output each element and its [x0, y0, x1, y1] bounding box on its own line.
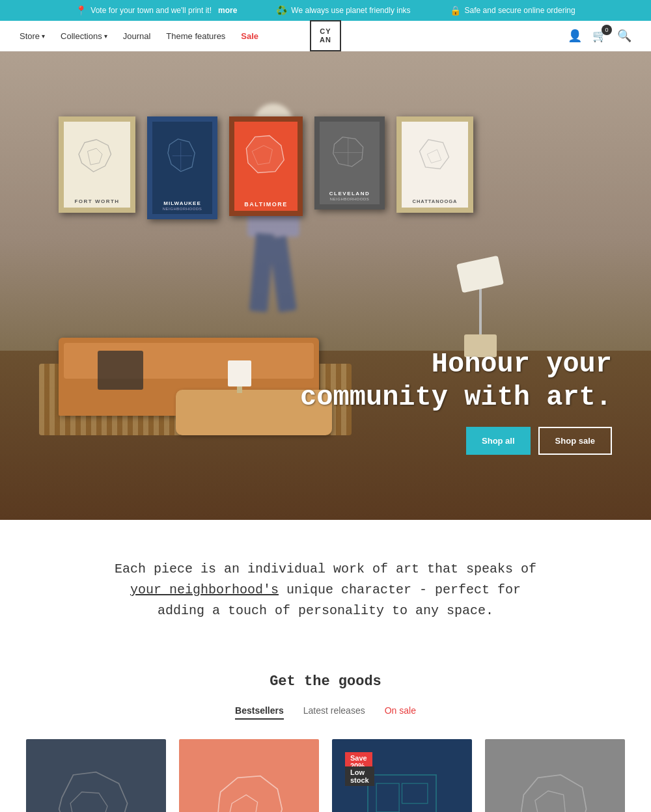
lamp-area [459, 260, 501, 357]
announcement-item-vote: 📍 Vote for your town and we'll print it!… [76, 5, 237, 16]
poster-baltimore: BALTIMORE [229, 116, 303, 216]
poster-fort-worth: FORT WORTH [59, 116, 135, 213]
product-card-3[interactable]: Save 20% Low stock [332, 739, 472, 812]
poster-chattanooga: CHATTANOOGA [396, 116, 473, 213]
tagline-section: Each piece is an individual work of art … [0, 520, 651, 660]
tagline-text: Each piece is an individual work of art … [104, 559, 547, 621]
nav-right: 👤 🛒 0 🔍 [568, 29, 631, 43]
nav-left: Store Collections Journal Theme features… [20, 31, 258, 41]
products-tabs: Bestsellers Latest releases On sale [26, 705, 625, 720]
hero-buttons: Shop all Shop sale [300, 427, 612, 455]
poster-cleveland: CLEVELAND NEIGHBORHOODS [314, 116, 385, 210]
search-icon[interactable]: 🔍 [617, 29, 631, 43]
product-image-4 [485, 739, 625, 812]
product-card-2[interactable] [179, 739, 319, 812]
nav-item-theme-features[interactable]: Theme features [166, 31, 225, 41]
nav-item-collections[interactable]: Collections [61, 31, 107, 41]
announcement-link-more[interactable]: more [218, 6, 237, 15]
announcement-text-eco: We always use planet friendly inks [291, 6, 410, 15]
plant [228, 360, 251, 393]
nav-item-store[interactable]: Store [20, 31, 45, 41]
lock-icon: 🔒 [450, 5, 461, 16]
announcement-bar: 📍 Vote for your town and we'll print it!… [0, 0, 651, 21]
tab-bestsellers[interactable]: Bestsellers [235, 705, 284, 720]
eco-icon: ♻️ [276, 5, 287, 16]
poster-milwaukee: MILWAUKEE NEIGHBORHOODS [147, 116, 217, 219]
product-image-2 [179, 739, 319, 812]
shop-sale-button[interactable]: Shop sale [538, 427, 612, 455]
announcement-text-secure: Safe and secure online ordering [465, 6, 575, 15]
hero-text-overlay: Honour yourcommunity with art. Shop all … [300, 348, 612, 455]
main-nav: Store Collections Journal Theme features… [0, 21, 651, 51]
tab-on-sale[interactable]: On sale [385, 705, 416, 720]
product-image-1 [26, 739, 166, 812]
badge-low-stock: Low stock [345, 766, 374, 786]
product-card-4[interactable] [485, 739, 625, 812]
nav-item-sale[interactable]: Sale [241, 31, 258, 41]
hero-headline: Honour yourcommunity with art. [300, 348, 612, 414]
cart-count: 0 [602, 25, 612, 35]
products-section-title: Get the goods [26, 673, 625, 690]
shop-all-button[interactable]: Shop all [466, 427, 531, 455]
svg-rect-5 [376, 783, 399, 812]
products-grid: Save 20% Low stock [26, 739, 625, 812]
product-card-1[interactable] [26, 739, 166, 812]
posters-row: FORT WORTH MILWAUKEE NEIGHBORHOODS BALTI… [59, 116, 473, 219]
location-icon: 📍 [76, 5, 87, 16]
announcement-item-secure: 🔒 Safe and secure online ordering [450, 5, 575, 16]
products-section: Get the goods Bestsellers Latest release… [0, 660, 651, 812]
nav-item-journal[interactable]: Journal [123, 31, 151, 41]
tab-latest-releases[interactable]: Latest releases [303, 705, 365, 720]
cart-icon[interactable]: 🛒 0 [592, 29, 607, 43]
announcement-text-vote: Vote for your town and we'll print it! [90, 6, 212, 15]
site-logo[interactable]: CY AN [310, 20, 341, 51]
tagline-link[interactable]: your neighborhood's [130, 582, 279, 597]
account-icon[interactable]: 👤 [568, 29, 582, 43]
tagline-before: Each piece is an individual work of art … [115, 562, 536, 576]
svg-rect-6 [402, 783, 428, 804]
announcement-item-eco: ♻️ We always use planet friendly inks [276, 5, 410, 16]
product-image-3: Save 20% Low stock [332, 739, 472, 812]
hero-section: FORT WORTH MILWAUKEE NEIGHBORHOODS BALTI… [0, 51, 651, 520]
